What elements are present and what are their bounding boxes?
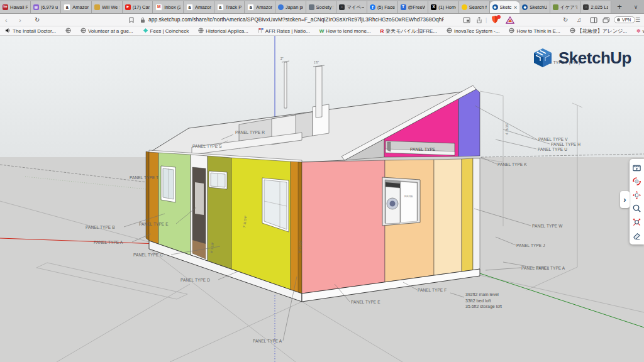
browser-tab[interactable]: Society 5: [306, 1, 337, 13]
tab-list-chevron[interactable]: ∨: [628, 1, 644, 13]
panel-label: PANEL TYPE B: [86, 225, 115, 229]
favicon-dark-cam: ○: [583, 4, 589, 10]
bookmark-item[interactable]: How to Think in E...: [509, 28, 560, 35]
browser-tab[interactable]: MInbox (38: [153, 1, 184, 13]
favicon-lightbulb: [462, 4, 467, 10]
panel-orange-west: [149, 152, 158, 244]
browser-tab[interactable]: ❖SketchUp: [519, 1, 550, 13]
panel-label: PANEL TYPE A: [94, 240, 123, 244]
menu-icon[interactable]: ☰: [635, 14, 640, 26]
orbit-icon[interactable]: [632, 176, 642, 186]
panel-label: PANEL TYPE E: [351, 300, 380, 304]
bookmark-item[interactable]: WHow to lend mone...: [319, 28, 371, 34]
browser-tab[interactable]: aAmazon: [61, 1, 92, 13]
browser-tab[interactable]: ✉(6,979 u: [31, 1, 62, 13]
browser-tab[interactable]: ○2,025 La: [580, 1, 611, 13]
sync-icon[interactable]: ↻: [563, 14, 568, 26]
tab-label: Amazon: [195, 4, 211, 10]
bookmark-item[interactable]: Fees | Coincheck: [143, 28, 189, 35]
brave-rewards-icon[interactable]: [506, 14, 514, 26]
bookmark-label: AFR Rates | Natio...: [265, 28, 310, 34]
browser-tab[interactable]: Will We S: [92, 1, 123, 13]
tab-label: Hawaii R: [10, 4, 28, 10]
corner-trim: [473, 158, 480, 270]
favicon-amazon: a: [217, 4, 224, 11]
model-viewport[interactable]: [0, 36, 644, 362]
area-line: 35.6ft2 storage loft: [465, 304, 502, 310]
diamond-icon: [143, 28, 148, 35]
back-button[interactable]: ‹: [5, 14, 8, 26]
panel-label: PANEL TYPE J: [516, 243, 545, 248]
tab-label: Amazon: [256, 4, 272, 10]
tab-overview-icon[interactable]: [602, 14, 610, 26]
favicon-sketchup: ❖: [522, 4, 528, 10]
scenes-icon[interactable]: [632, 163, 642, 173]
eraser-icon[interactable]: [632, 231, 642, 241]
zoom-extents-icon[interactable]: [632, 217, 642, 227]
reading-list-icon[interactable]: [129, 14, 134, 26]
browser-tab[interactable]: f(5) Faceb: [367, 1, 398, 13]
browser-tab[interactable]: ▫マイページ: [336, 1, 367, 13]
share-icon[interactable]: [476, 14, 482, 26]
panel-label: PANEL TYPE: [410, 147, 435, 151]
globe-icon: [509, 28, 514, 35]
tab-label: (5) Faceb: [377, 4, 395, 10]
browser-tab[interactable]: aAmazon: [245, 1, 275, 13]
browser-tab[interactable]: kwHawaii R: [0, 1, 31, 13]
bookmark-item[interactable]: [65, 28, 71, 35]
favicon-globe-blue: [278, 4, 284, 10]
forward-button[interactable]: ›: [19, 14, 21, 26]
favicon-sketchup: ❖: [492, 4, 498, 10]
tab-label: Society 5: [316, 4, 334, 10]
new-tab-button[interactable]: +: [611, 1, 628, 13]
bookmark-label: Historical Applica...: [206, 28, 248, 34]
tab-label: Amazon: [72, 4, 89, 10]
browser-tab[interactable]: T@FreeW: [398, 1, 429, 13]
corner-return: [146, 151, 149, 241]
vpn-button[interactable]: VPN: [614, 14, 635, 26]
brave-shield-icon[interactable]: [491, 14, 499, 26]
tab-label: Will We S: [102, 4, 119, 10]
browser-tab[interactable]: X(1) Home: [428, 1, 459, 13]
browser-tab[interactable]: aTrack Pa: [214, 1, 245, 13]
bookmark-item[interactable]: The Install Doctor...: [5, 28, 56, 35]
bookmark-item[interactable]: R楽天モバイル:旧FRE...: [380, 28, 437, 35]
favicon-t-blue: T: [401, 4, 406, 10]
tab-label: Search fo: [469, 4, 487, 10]
tool-palette: [630, 159, 644, 244]
zoom-icon[interactable]: [632, 204, 642, 214]
bookmark-item[interactable]: 【花急便】アレンジ...: [570, 28, 627, 35]
pan-icon[interactable]: [632, 190, 642, 200]
browser-tab[interactable]: ▶(17) Can: [123, 1, 153, 13]
browser-tab[interactable]: aAmazon: [184, 1, 214, 13]
bookmark-label: 楽天モバイル:旧FRE...: [386, 28, 437, 35]
panel-label: PANEL TYPE A: [253, 339, 282, 343]
bookmark-item[interactable]: Historical Applica...: [198, 28, 248, 35]
browser-tab[interactable]: ❖Sketc×: [490, 1, 520, 13]
sidebar-icon[interactable]: [590, 14, 597, 26]
nav-bar: ‹ › ↻ app.sketchup.com/share/tc/northAme…: [0, 14, 644, 26]
panel-label: PANEL TYPE D: [180, 278, 210, 282]
tab-label: (17) Can: [133, 4, 150, 10]
panel-label: PANEL TYPE W: [532, 224, 562, 228]
shield-badge: [497, 15, 501, 19]
media-icon[interactable]: ♫: [577, 14, 582, 26]
panel-label: PANEL TYPE F: [418, 288, 447, 292]
browser-tab[interactable]: Japan pu: [275, 1, 306, 13]
sketchup-logo: SketchUp: [531, 47, 631, 69]
bookmark-item[interactable]: InovaTec System -...: [447, 28, 499, 35]
bookmark-label: How to Think in E...: [516, 28, 560, 34]
bookmark-item[interactable]: ✽www.nta.go.jp/tet...: [636, 28, 644, 34]
toolbar-expander[interactable]: ›: [620, 191, 630, 208]
bookmark-item[interactable]: Volunteer at a gue...: [80, 28, 133, 35]
browser-tab[interactable]: イケアで: [550, 1, 581, 13]
tab-close-button[interactable]: ×: [514, 4, 517, 11]
tab-label: Sketc: [500, 4, 512, 10]
browser-tab[interactable]: Search fo: [459, 1, 490, 13]
favicon-tv-gray: [309, 4, 314, 10]
tab-label: 2,025 La: [591, 4, 608, 10]
url-field[interactable]: app.sketchup.com/share/tc/northAmerica/S…: [148, 14, 444, 26]
bookmark-item[interactable]: AFR Rates | Natio...: [258, 28, 310, 35]
picture-in-picture-icon[interactable]: [463, 14, 470, 26]
reload-button[interactable]: ↻: [35, 14, 40, 26]
